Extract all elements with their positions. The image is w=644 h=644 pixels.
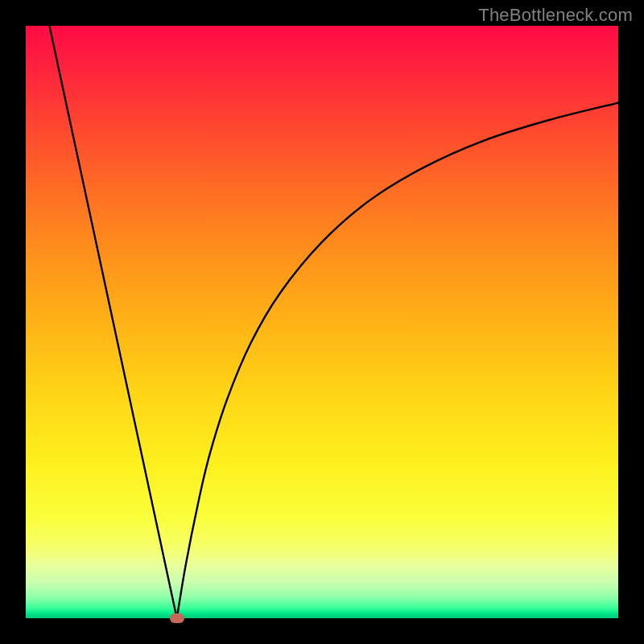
plot-area xyxy=(26,26,618,618)
curve-right-branch xyxy=(177,103,618,618)
curve-left-branch xyxy=(49,26,176,618)
min-marker xyxy=(170,613,184,623)
curve-svg xyxy=(26,26,618,618)
chart-frame: TheBottleneck.com xyxy=(0,0,644,644)
watermark-text: TheBottleneck.com xyxy=(478,5,633,26)
